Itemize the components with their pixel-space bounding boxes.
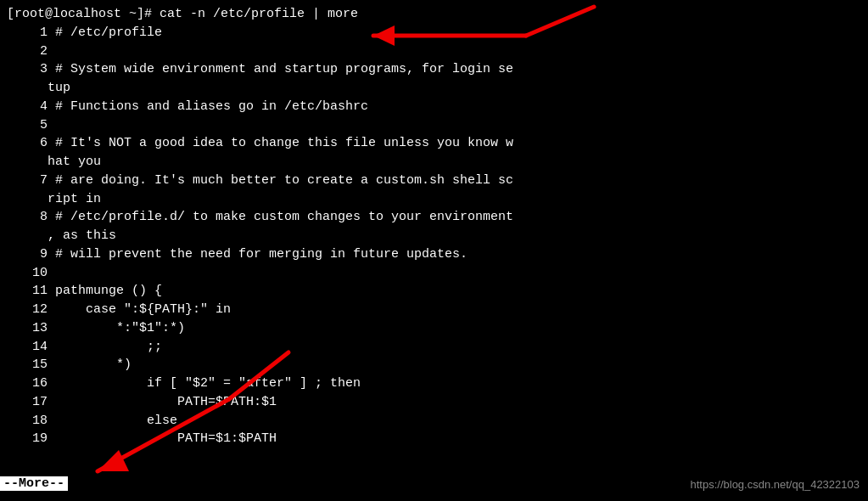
terminal-line-19: 19 PATH=$1:$PATH	[7, 430, 861, 448]
terminal-line-5: 5	[7, 116, 861, 135]
line-num-12: 12	[7, 301, 48, 319]
line-content-7: # are doing. It's much better to create …	[48, 173, 513, 188]
line-content-17: PATH=$PATH:$1	[48, 395, 277, 409]
line-content-11: pathmunge () {	[48, 284, 162, 298]
terminal-line-3b: tup	[7, 79, 861, 98]
terminal-line-18: 18 else	[7, 412, 861, 431]
terminal-window: [root@localhost ~]# cat -n /etc/profile …	[0, 0, 868, 501]
svg-marker-4	[98, 450, 129, 471]
line-num-6b	[7, 153, 48, 172]
line-content-6: # It's NOT a good idea to change this fi…	[48, 136, 513, 150]
line-num-19: 19	[7, 430, 48, 448]
line-num-8b	[7, 227, 48, 245]
terminal-line-6: 6 # It's NOT a good idea to change this …	[7, 134, 861, 153]
line-num-4: 4	[7, 98, 48, 116]
watermark: https://blog.csdn.net/qq_42322103	[691, 478, 860, 491]
line-content-18: else	[48, 414, 177, 428]
line-num-1: 1	[7, 24, 48, 42]
prompt-line: [root@localhost ~]# cat -n /etc/profile …	[7, 5, 861, 24]
line-content-3: # System wide environment and startup pr…	[48, 62, 513, 76]
terminal-line-7: 7 # are doing. It's much better to creat…	[7, 172, 861, 190]
line-content-1: # /etc/profile	[48, 25, 162, 40]
terminal-line-3: 3 # System wide environment and startup …	[7, 60, 861, 79]
line-num-11: 11	[7, 282, 48, 301]
line-num-2: 2	[7, 42, 48, 61]
terminal-line-9: 9 # will prevent the need for merging in…	[7, 245, 861, 264]
terminal-line-6b: hat you	[7, 153, 861, 172]
terminal-line-15: 15 *)	[7, 356, 861, 374]
line-content-12: case ":${PATH}:" in	[48, 302, 231, 317]
line-num-3: 3	[7, 60, 48, 79]
line-content-4: # Functions and aliases go in /etc/bashr…	[48, 99, 368, 114]
terminal-line-13: 13 *:"$1":*)	[7, 319, 861, 338]
line-content-13: *:"$1":*)	[48, 321, 185, 335]
line-content-16: if [ "$2" = "after" ] ; then	[48, 376, 361, 391]
line-content-14: ;;	[48, 340, 162, 354]
line-num-7: 7	[7, 172, 48, 190]
terminal-line-14: 14 ;;	[7, 338, 861, 357]
line-num-9: 9	[7, 245, 48, 264]
terminal-line-17: 17 PATH=$PATH:$1	[7, 393, 861, 412]
terminal-line-2: 2	[7, 42, 861, 61]
line-num-13: 13	[7, 319, 48, 338]
line-content-8: # /etc/profile.d/ to make custom changes…	[48, 210, 513, 224]
line-num-10: 10	[7, 264, 48, 283]
more-bar: --More--	[0, 476, 68, 491]
line-num-5: 5	[7, 116, 48, 135]
line-content-9: # will prevent the need for merging in f…	[48, 247, 468, 262]
line-num-17: 17	[7, 393, 48, 412]
line-content-8b: , as this	[48, 228, 116, 243]
terminal-line-12: 12 case ":${PATH}:" in	[7, 301, 861, 319]
line-num-14: 14	[7, 338, 48, 357]
terminal-line-8: 8 # /etc/profile.d/ to make custom chang…	[7, 208, 861, 227]
terminal-line-16: 16 if [ "$2" = "after" ] ; then	[7, 374, 861, 393]
line-num-3b	[7, 79, 48, 98]
line-content-15: *)	[48, 357, 132, 372]
line-num-16: 16	[7, 374, 48, 393]
line-num-6: 6	[7, 134, 48, 153]
line-content-3b: tup	[48, 81, 70, 95]
line-num-15: 15	[7, 356, 48, 374]
terminal-line-11: 11 pathmunge () {	[7, 282, 861, 301]
terminal-line-8b: , as this	[7, 227, 861, 245]
line-content-19: PATH=$1:$PATH	[48, 431, 277, 446]
line-content-7b: ript in	[48, 192, 101, 206]
terminal-line-4: 4 # Functions and aliases go in /etc/bas…	[7, 98, 861, 116]
line-num-18: 18	[7, 412, 48, 431]
line-num-7b	[7, 190, 48, 209]
terminal-line-10: 10	[7, 264, 861, 283]
line-content-6b: hat you	[48, 155, 101, 169]
terminal-line-7b: ript in	[7, 190, 861, 209]
line-num-8: 8	[7, 208, 48, 227]
terminal-line-1: 1 # /etc/profile	[7, 24, 861, 42]
